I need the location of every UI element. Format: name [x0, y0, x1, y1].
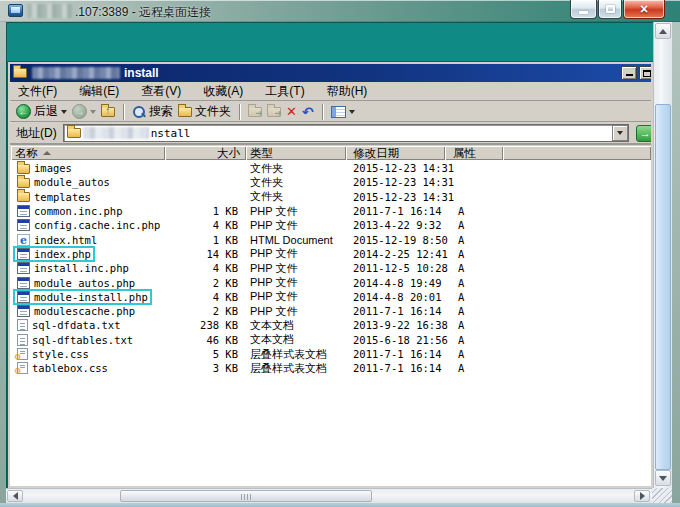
css-file-icon — [17, 362, 28, 374]
table-row[interactable]: tablebox.css3 KB层叠样式表文档2011-7-1 16:14A — [11, 361, 651, 375]
file-size: 238 KB — [165, 319, 246, 331]
scroll-left-button[interactable] — [7, 490, 23, 502]
file-attributes: A — [445, 305, 503, 317]
undo-button[interactable]: ↶ — [302, 105, 314, 119]
rdp-border-bottom — [0, 503, 680, 507]
menu-item[interactable]: 收藏(A) — [203, 83, 243, 100]
table-row[interactable]: templates文件夹2015-12-23 14:31 — [11, 190, 651, 204]
file-name: index.php — [34, 248, 91, 260]
horizontal-scrollbar[interactable] — [6, 488, 652, 503]
menu-item[interactable]: 查看(V) — [141, 83, 181, 100]
explorer-titlebar[interactable]: install — [10, 64, 651, 82]
minimize-icon — [626, 74, 633, 76]
file-name: templates — [34, 191, 91, 203]
menu-item[interactable]: 文件(F) — [18, 83, 57, 100]
menu-item[interactable]: 帮助(H) — [327, 83, 368, 100]
file-modified: 2014-4-8 19:49 — [346, 277, 445, 289]
explorer-minimize-button[interactable] — [621, 66, 637, 80]
file-modified: 2015-12-23 14:31 — [346, 162, 445, 174]
vertical-scrollbar-thumb[interactable] — [655, 104, 671, 470]
views-button[interactable] — [331, 106, 355, 118]
file-list: images文件夹2015-12-23 14:31module_autos文件夹… — [10, 160, 651, 486]
table-row[interactable]: common.inc.php1 KBPHP 文件2011-7-1 16:14A — [11, 204, 651, 218]
table-row[interactable]: module_autos文件夹2015-12-23 14:31 — [11, 175, 651, 189]
column-header-attributes[interactable]: 属性 — [445, 146, 503, 160]
column-header-size[interactable]: 大小 — [165, 146, 246, 160]
menu-item[interactable]: 工具(T) — [265, 83, 304, 100]
forward-dropdown-icon — [90, 110, 96, 114]
file-modified: 2015-12-23 14:31 — [346, 191, 445, 203]
arrow-down-icon — [659, 476, 667, 481]
table-row[interactable]: style.css5 KB层叠样式表文档2011-7-1 16:14A — [11, 347, 651, 361]
table-row[interactable]: module-install.php4 KBPHP 文件2014-4-8 20:… — [11, 290, 651, 304]
back-button[interactable]: ← 后退 — [16, 103, 67, 120]
move-to-button[interactable]: ➜ — [248, 107, 262, 117]
file-modified: 2013-9-22 16:38 — [346, 319, 445, 331]
file-modified: 2011-7-1 16:14 — [346, 305, 445, 317]
folders-button[interactable]: 文件夹 — [178, 103, 231, 120]
file-attributes: A — [445, 205, 503, 217]
file-attributes: A — [445, 248, 503, 260]
address-dropdown-button[interactable] — [612, 125, 628, 141]
minimize-icon — [579, 11, 588, 14]
table-row[interactable]: config.cache.inc.php4 KBPHP 文件2013-4-22 … — [11, 218, 651, 232]
php-file-icon — [17, 277, 30, 289]
move-to-icon: ➜ — [248, 107, 262, 117]
file-attributes: A — [445, 348, 503, 360]
table-row[interactable]: images文件夹2015-12-23 14:31 — [11, 161, 651, 175]
rdp-titlebar[interactable]: .107:3389 - 远程桌面连接 × — [0, 0, 680, 22]
open-folder-icon — [67, 128, 81, 138]
file-attributes: A — [445, 234, 503, 246]
file-type: PHP 文件 — [246, 218, 346, 233]
table-row[interactable]: index.php14 KBPHP 文件2014-2-25 12:41A — [11, 247, 651, 261]
column-header-name[interactable]: 名称 — [11, 146, 165, 160]
file-name: index.html — [34, 234, 97, 246]
table-row[interactable]: install.inc.php4 KBPHP 文件2011-12-5 10:28… — [11, 261, 651, 275]
go-button[interactable]: → — [636, 125, 653, 142]
scroll-down-button[interactable] — [655, 470, 671, 486]
up-button[interactable]: ↑ — [101, 107, 115, 117]
close-icon: × — [640, 2, 648, 16]
table-row[interactable]: module_autos.php2 KBPHP 文件2014-4-8 19:49… — [11, 275, 651, 289]
toolbar: ← 后退 → ↑ 搜索 文件夹 — [10, 102, 651, 122]
file-type: PHP 文件 — [246, 275, 346, 290]
delete-button[interactable]: ✕ — [286, 105, 297, 118]
go-arrow-icon: → — [640, 127, 651, 139]
search-button[interactable]: 搜索 — [132, 103, 173, 120]
column-header-filler — [503, 146, 651, 160]
rdp-window: .107:3389 - 远程桌面连接 × install 文件(F)编辑(E)查… — [0, 0, 680, 507]
resize-grip[interactable] — [652, 488, 672, 503]
copy-to-button[interactable]: ➜ — [267, 107, 281, 117]
php-file-icon — [17, 305, 30, 317]
menu-bar: 文件(F)编辑(E)查看(V)收藏(A)工具(T)帮助(H) — [10, 83, 651, 101]
file-size: 5 KB — [165, 348, 246, 360]
back-dropdown-icon[interactable] — [61, 110, 67, 114]
window-title: install — [124, 66, 159, 80]
close-button[interactable]: × — [623, 0, 665, 19]
explorer-maximize-button[interactable] — [639, 66, 653, 80]
scroll-right-button[interactable] — [634, 490, 650, 502]
php-file-icon — [17, 219, 30, 231]
file-name-cell[interactable]: tablebox.css — [11, 360, 165, 376]
file-modified: 2013-4-22 9:32 — [346, 219, 445, 231]
minimize-button[interactable] — [570, 0, 597, 19]
menu-item[interactable]: 编辑(E) — [79, 83, 119, 100]
chevron-down-icon — [617, 131, 623, 135]
remote-desktop: install 文件(F)编辑(E)查看(V)收藏(A)工具(T)帮助(H) ←… — [6, 22, 653, 488]
table-row[interactable]: sql-dftables.txt46 KB文本文档2015-6-18 21:56… — [11, 333, 651, 347]
file-type: 文件夹 — [246, 175, 346, 190]
table-row[interactable]: index.html1 KBHTML Document2015-12-19 8:… — [11, 232, 651, 246]
file-size: 4 KB — [165, 219, 246, 231]
table-row[interactable]: modulescache.php2 KBPHP 文件2011-7-1 16:14… — [11, 304, 651, 318]
scroll-up-button[interactable] — [655, 23, 671, 39]
column-header-modified[interactable]: 修改日期 — [346, 146, 445, 160]
horizontal-scrollbar-thumb[interactable] — [120, 490, 372, 502]
forward-button[interactable]: → — [72, 104, 96, 119]
file-attributes: A — [445, 219, 503, 231]
maximize-button[interactable] — [598, 0, 622, 19]
search-label: 搜索 — [149, 103, 173, 120]
table-row[interactable]: sql-dfdata.txt238 KB文本文档2013-9-22 16:38A — [11, 318, 651, 332]
vertical-scrollbar[interactable] — [653, 22, 672, 488]
column-header-type[interactable]: 类型 — [246, 146, 346, 160]
address-input[interactable]: nstall — [63, 124, 629, 142]
